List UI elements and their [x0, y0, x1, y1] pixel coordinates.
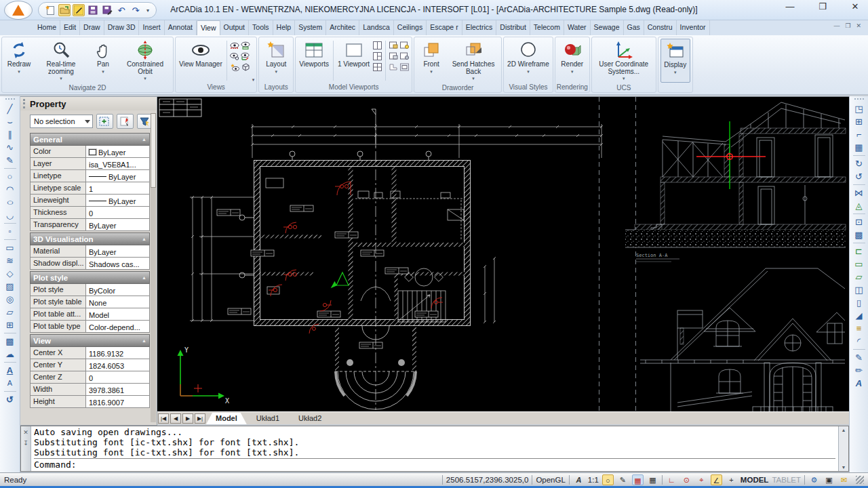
- regen-tool[interactable]: ↺: [3, 393, 18, 406]
- rotate-reference-tool[interactable]: ↺: [852, 170, 867, 183]
- command-pin-icon[interactable]: ↧: [23, 440, 28, 447]
- tab-annotate[interactable]: Annotat: [165, 20, 197, 35]
- toolbar-grip[interactable]: [854, 98, 864, 101]
- prop-center-z[interactable]: Center Z0: [30, 371, 150, 384]
- prop-plot-table-attached[interactable]: Plot table att...Model: [30, 308, 150, 321]
- otrack-icon[interactable]: +: [726, 474, 737, 485]
- tab-sewage[interactable]: Sewage: [591, 20, 624, 35]
- view-cube-icon[interactable]: [241, 62, 250, 71]
- tab-uklad2[interactable]: Układ2: [289, 413, 331, 424]
- named-view-icon[interactable]: [230, 41, 239, 49]
- tab-landscape[interactable]: Landsca: [359, 20, 394, 35]
- prop-plot-table-type[interactable]: Plot table typeColor-depend...: [30, 321, 150, 333]
- viewport-off-icon[interactable]: [399, 52, 409, 60]
- angle-icon[interactable]: ∠: [711, 474, 722, 485]
- prop-center-x[interactable]: Center X1186.9132: [30, 347, 150, 359]
- viewport-clip-icon[interactable]: [389, 62, 398, 71]
- prop-lineweight[interactable]: LineweightByLayer: [30, 195, 150, 207]
- box-tool[interactable]: ◫: [852, 283, 867, 296]
- tab-edit[interactable]: Edit: [60, 20, 80, 35]
- doc-close-icon[interactable]: ✕: [856, 22, 861, 35]
- status-renderer[interactable]: OpenGL: [536, 476, 565, 484]
- point-tool[interactable]: ▫: [3, 225, 18, 238]
- status-coordinates[interactable]: 2506.5157,2396.3025,0: [446, 476, 529, 484]
- first-layout-button[interactable]: |◀: [158, 413, 169, 424]
- lamp-icon[interactable]: ○: [602, 474, 614, 485]
- measure-tool[interactable]: ≡: [852, 322, 867, 335]
- tab-view[interactable]: View: [197, 20, 220, 35]
- prev-layout-button[interactable]: ◀: [170, 413, 181, 424]
- tab-ceilings[interactable]: Ceilings: [394, 20, 427, 35]
- annotation-pen-icon[interactable]: ✎: [617, 474, 629, 485]
- ortho-icon[interactable]: ∟: [666, 474, 677, 485]
- fillet-tool[interactable]: ◜: [852, 335, 867, 348]
- constrained-orbit-button[interactable]: Constrained Orbit: [119, 39, 171, 83]
- layout-button[interactable]: Layout: [261, 39, 291, 83]
- arcadia-logo-icon[interactable]: A: [573, 474, 585, 485]
- prop-linetype-scale[interactable]: Linetype scale1: [30, 182, 150, 195]
- last-layout-button[interactable]: ▶|: [195, 413, 205, 424]
- stretch-tool[interactable]: ⊏: [852, 245, 867, 258]
- tab-gas[interactable]: Gas: [624, 20, 644, 35]
- viewport-on-icon[interactable]: [399, 41, 409, 49]
- tab-escape-routes[interactable]: Escape r: [427, 20, 462, 35]
- move-3d-tool[interactable]: ▱: [852, 270, 867, 283]
- scroll-up-icon[interactable]: ▲: [842, 428, 846, 432]
- polyline-tool[interactable]: ⌣: [3, 115, 18, 128]
- cad-canvas[interactable]: Section A-A: [157, 97, 849, 412]
- circle-tool[interactable]: ○: [3, 170, 18, 183]
- wireframe-2d-button[interactable]: 2D Wireframe: [506, 39, 551, 83]
- realtime-zoom-button[interactable]: Real-time zooming: [35, 39, 87, 83]
- text-tool[interactable]: A: [3, 364, 18, 377]
- viewport-lock-icon[interactable]: [389, 41, 398, 49]
- view-zoom-icon[interactable]: [230, 52, 239, 60]
- chamfer-tool[interactable]: ◢: [852, 309, 867, 322]
- tab-home[interactable]: Home: [34, 20, 60, 35]
- edit-text-tool[interactable]: A: [852, 377, 867, 390]
- shapes-tool[interactable]: ⊞: [3, 319, 18, 331]
- polar-icon[interactable]: ⊙: [681, 474, 692, 485]
- settings-gear-icon[interactable]: ⚙: [808, 474, 820, 485]
- tab-distribution[interactable]: Distribut: [496, 20, 530, 35]
- boundary-hatch-tool[interactable]: ▨: [3, 280, 18, 293]
- prop-center-y[interactable]: Center Y1824.6053: [30, 359, 150, 371]
- mirror-3d-tool[interactable]: ◬: [852, 199, 867, 212]
- spline-tool[interactable]: ∿: [3, 141, 18, 154]
- mail-icon[interactable]: ✉: [838, 474, 850, 485]
- prop-plot-style[interactable]: Plot styleByColor: [30, 284, 150, 296]
- prop-color[interactable]: ColorByLayer: [30, 146, 150, 158]
- four-viewports-icon[interactable]: [372, 62, 382, 71]
- status-model-mode[interactable]: MODEL: [741, 476, 769, 484]
- command-scrollbar[interactable]: ▲ ▼: [838, 426, 848, 471]
- property-scrollbar[interactable]: [151, 113, 156, 422]
- view-manager-button[interactable]: View Manager: [178, 39, 224, 83]
- viewport-unlock-icon[interactable]: [389, 52, 398, 60]
- doc-restore-icon[interactable]: ❐: [845, 22, 850, 35]
- quick-select-button[interactable]: [96, 114, 113, 129]
- leader-tool[interactable]: ▱: [3, 306, 18, 319]
- tab-draw3d[interactable]: Draw 3D: [104, 20, 140, 35]
- display-button[interactable]: Display: [660, 39, 690, 83]
- arc-tool[interactable]: ◠: [3, 183, 18, 196]
- section-3d-visualisation[interactable]: 3D Visualisation: [30, 232, 150, 245]
- prop-plot-style-table[interactable]: Plot style tableNone: [30, 296, 150, 308]
- prop-material[interactable]: MaterialByLayer: [30, 245, 150, 258]
- osnap-icon[interactable]: ⌖: [696, 474, 707, 485]
- double-line-tool[interactable]: ∥: [3, 128, 18, 141]
- front-button[interactable]: Front: [416, 39, 446, 83]
- status-scale[interactable]: 1:1: [588, 476, 599, 484]
- cad-viewport[interactable]: Section A-A: [157, 96, 849, 411]
- command-close-icon[interactable]: ✕: [23, 429, 28, 436]
- toolbar-grip[interactable]: [5, 98, 15, 101]
- break-tool[interactable]: ▯: [852, 296, 867, 309]
- close-button[interactable]: ✕: [848, 1, 863, 12]
- selection-frame-tool[interactable]: ⊡: [852, 216, 867, 228]
- mirror-tool[interactable]: ⋈: [852, 186, 867, 199]
- prop-shadow-display[interactable]: Shadow displ...Shadows cas...: [30, 258, 150, 270]
- tab-insert[interactable]: Insert: [139, 20, 164, 35]
- scale-tool[interactable]: ▭: [852, 258, 867, 270]
- render-button[interactable]: Render: [557, 39, 587, 83]
- doc-minimize-icon[interactable]: —: [833, 22, 840, 35]
- section-view[interactable]: View: [30, 334, 150, 347]
- tab-architecture[interactable]: Architec: [326, 20, 359, 35]
